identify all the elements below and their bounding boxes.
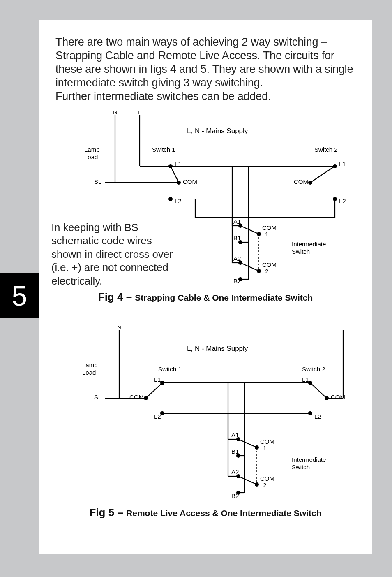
- svg-text:L2: L2: [339, 197, 346, 204]
- figure-5: N L L, N - Mains Supply Lamp Load SL Swi…: [55, 326, 355, 503]
- svg-text:Intermediate: Intermediate: [292, 456, 326, 463]
- svg-line-57: [240, 263, 259, 271]
- svg-text:Switch: Switch: [292, 248, 310, 255]
- svg-text:N: N: [113, 111, 118, 115]
- svg-text:COM: COM: [331, 394, 345, 401]
- svg-text:A2: A2: [231, 468, 239, 475]
- svg-text:L1: L1: [154, 376, 161, 383]
- svg-text:B2: B2: [233, 278, 241, 285]
- svg-text:L: L: [138, 111, 141, 115]
- svg-text:A1: A1: [231, 431, 239, 438]
- page-number-tab: 5: [0, 273, 39, 318]
- svg-line-115: [238, 476, 257, 484]
- svg-text:B1: B1: [231, 448, 239, 455]
- svg-text:L1: L1: [302, 376, 309, 383]
- svg-line-56: [240, 226, 259, 234]
- svg-text:COM: COM: [262, 224, 277, 231]
- svg-text:1: 1: [263, 445, 266, 452]
- page-number: 5: [12, 280, 28, 312]
- svg-line-88: [310, 383, 327, 398]
- svg-text:Switch 1: Switch 1: [158, 366, 182, 373]
- intro-text: There are two main ways of achieving 2 w…: [55, 35, 355, 103]
- svg-text:L2: L2: [314, 413, 321, 420]
- svg-text:COM: COM: [260, 475, 274, 482]
- svg-text:B2: B2: [231, 492, 239, 499]
- paragraph-1: There are two main ways of achieving 2 w…: [55, 35, 355, 90]
- svg-text:2: 2: [265, 268, 268, 275]
- svg-text:L2: L2: [154, 413, 161, 420]
- svg-text:A2: A2: [233, 255, 241, 262]
- svg-text:SL: SL: [94, 178, 101, 185]
- svg-text:Intermediate: Intermediate: [292, 241, 326, 248]
- schematic-note: In keeping with BS schematic code wires …: [51, 221, 175, 288]
- page-content: There are two main ways of achieving 2 w…: [39, 20, 372, 554]
- svg-text:L, N - Mains Supply: L, N - Mains Supply: [187, 345, 248, 352]
- svg-text:L: L: [345, 326, 348, 331]
- figure-5-caption: Fig 5 – Remote Live Access & One Interme…: [55, 506, 355, 519]
- svg-line-114: [238, 439, 257, 447]
- svg-text:2: 2: [263, 482, 266, 489]
- svg-text:A1: A1: [233, 218, 241, 225]
- svg-text:COM: COM: [260, 438, 274, 445]
- svg-text:Load: Load: [84, 153, 98, 160]
- svg-text:Lamp: Lamp: [84, 146, 100, 153]
- svg-text:Switch 2: Switch 2: [314, 146, 338, 153]
- svg-line-79: [146, 383, 162, 398]
- svg-text:N: N: [117, 326, 122, 331]
- svg-text:L2: L2: [175, 197, 182, 204]
- svg-text:Switch: Switch: [292, 463, 310, 470]
- svg-text:SL: SL: [94, 394, 101, 401]
- fig4-rest: Strapping Cable & One Intermediate Switc…: [135, 293, 313, 302]
- paragraph-2: Further intermediate switches can be add…: [55, 90, 355, 103]
- svg-text:1: 1: [265, 231, 268, 238]
- svg-text:Load: Load: [82, 369, 96, 376]
- svg-text:L1: L1: [339, 160, 346, 167]
- fig5-rest: Remote Live Access & One Intermediate Sw…: [126, 508, 321, 518]
- svg-text:B1: B1: [233, 234, 241, 241]
- figure-5-svg: N L L, N - Mains Supply Lamp Load SL Swi…: [55, 326, 355, 503]
- svg-line-28: [310, 166, 335, 183]
- svg-text:COM: COM: [262, 261, 277, 268]
- svg-text:COM: COM: [129, 394, 144, 401]
- fig4-lead: Fig 4 –: [98, 291, 135, 303]
- figure-4: N L L, N - Mains Supply Lamp Load SL Swi…: [55, 111, 355, 287]
- svg-text:Lamp: Lamp: [82, 361, 98, 368]
- fig5-lead: Fig 5 –: [90, 506, 127, 519]
- svg-text:COM: COM: [183, 178, 197, 185]
- svg-text:L, N - Mains Supply: L, N - Mains Supply: [187, 127, 248, 135]
- figure-4-caption: Fig 4 – Strapping Cable & One Intermedia…: [55, 291, 355, 304]
- svg-line-19: [171, 166, 179, 183]
- svg-text:COM: COM: [294, 178, 308, 185]
- svg-text:Switch 1: Switch 1: [152, 146, 175, 153]
- svg-text:Switch 2: Switch 2: [302, 366, 325, 373]
